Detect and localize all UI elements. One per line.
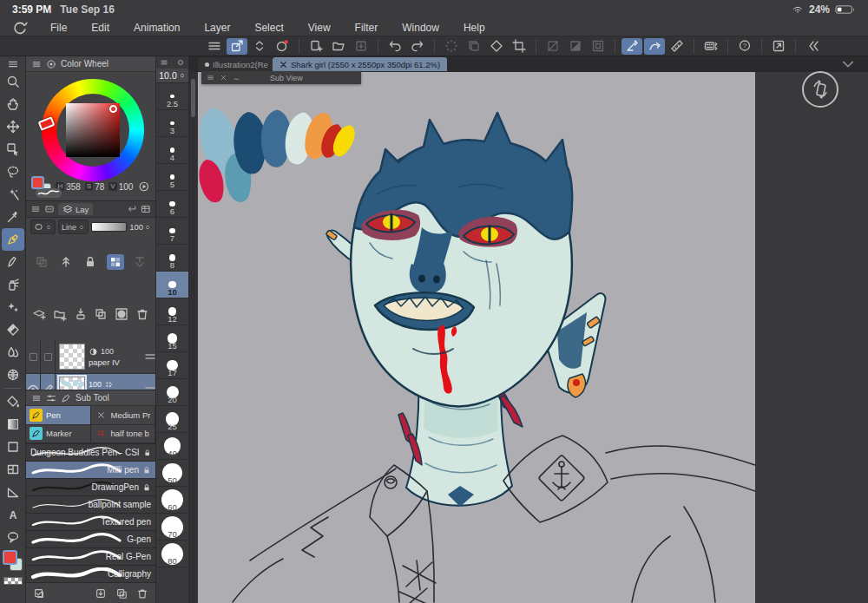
combine-button[interactable] (92, 306, 109, 322)
sub-view-close-icon[interactable] (220, 74, 227, 82)
combine-button[interactable] (33, 254, 50, 270)
sub-tool-pen[interactable]: Pen (26, 406, 91, 425)
spinner-button[interactable] (441, 38, 462, 55)
undo-button[interactable] (385, 38, 405, 55)
document-tab-inactive[interactable]: Illustration2(Re (198, 57, 273, 71)
brush-shape-dropdown[interactable] (30, 220, 56, 234)
brush-item[interactable]: G-pen (26, 531, 155, 548)
saturation-value-square[interactable] (66, 103, 120, 157)
snap-ruler-button[interactable] (667, 38, 687, 55)
delete-brush-icon[interactable] (136, 587, 148, 600)
tool-zoom[interactable] (2, 70, 24, 93)
sub-tool-marker[interactable]: Marker (26, 425, 91, 444)
fullscreen-button[interactable] (768, 38, 789, 55)
crop-button[interactable] (509, 38, 529, 55)
sub-tool-half-tone-b[interactable]: half tone b (91, 425, 156, 444)
circle-mask-button[interactable] (113, 306, 130, 322)
layer-visibility-toggle[interactable] (26, 374, 41, 390)
lock-alpha-button[interactable] (107, 254, 124, 270)
hue-ring[interactable] (42, 79, 144, 181)
brush-item[interactable]: Real G-Pen (26, 548, 155, 566)
tool-move[interactable] (2, 115, 24, 138)
help-button[interactable]: ? (734, 38, 755, 55)
layer-thumbnail[interactable] (59, 377, 85, 390)
menu-layer[interactable]: Layer (192, 22, 242, 34)
brush-size-4[interactable]: 4 (156, 137, 188, 164)
layer-drag-handle[interactable] (143, 350, 155, 364)
canvas-document[interactable] (198, 72, 755, 603)
brush-size-6[interactable]: 6 (156, 191, 188, 218)
opacity-slider[interactable] (91, 222, 127, 232)
brush-item[interactable]: Dungeon Buddies Pen - CSI (26, 444, 155, 462)
tool-hand[interactable] (2, 93, 24, 115)
transfer-down-button[interactable] (72, 306, 89, 322)
brush-size-15[interactable]: 15 (156, 325, 188, 352)
tool-text-tool[interactable]: A (2, 503, 24, 526)
transparent-color-swatch[interactable] (3, 577, 23, 585)
layer-edit-indicator[interactable] (41, 374, 56, 390)
layer-row[interactable]: 100Layer 3 C: (26, 374, 155, 390)
tool-liquify[interactable] (2, 364, 24, 386)
opacity-value[interactable]: 100 (129, 222, 151, 232)
foreground-color-swatch[interactable] (3, 550, 17, 565)
tool-eraser-tool[interactable] (2, 318, 24, 341)
rotate-canvas-button[interactable] (802, 71, 838, 108)
menu-view[interactable]: View (296, 22, 343, 34)
menu-animation[interactable]: Animation (122, 22, 192, 34)
brush-size-70[interactable]: 70 (156, 514, 188, 541)
document-tab-active[interactable]: Shark girl (2550 x 2550px 350dpi 61.2%) (273, 57, 447, 71)
trash-button[interactable] (134, 306, 151, 322)
color-set-tab-icon[interactable] (44, 204, 55, 214)
save-button[interactable] (351, 38, 372, 55)
brush-size-2.5[interactable]: 2.5 (156, 83, 188, 110)
layer-row[interactable]: 100paper IV (26, 341, 155, 374)
import-brush-icon[interactable] (95, 587, 107, 600)
copy-button[interactable] (464, 38, 484, 55)
collapse-button[interactable] (802, 38, 823, 55)
clip-below-button[interactable] (131, 254, 148, 270)
layer-panel-menu-icon[interactable] (30, 204, 41, 214)
slider-settings-icon[interactable] (46, 393, 56, 403)
tool-lasso[interactable] (2, 161, 24, 183)
current-color-swatch[interactable] (31, 176, 44, 189)
sub-view-bar[interactable]: Sub View (201, 71, 361, 84)
menu-button[interactable] (204, 38, 225, 55)
lock-button[interactable] (82, 254, 99, 270)
layer-thumbnail[interactable] (59, 344, 85, 370)
keyboard-shortcuts-button[interactable] (700, 38, 721, 55)
chevron-down-icon[interactable] (842, 60, 854, 69)
updown-button[interactable] (249, 38, 270, 55)
tool-figure[interactable] (2, 436, 24, 458)
layer-history-icon[interactable] (127, 204, 137, 214)
layer-tab[interactable]: Lay (58, 203, 93, 215)
brush-size-50[interactable]: 50 (156, 460, 188, 487)
tool-eyedropper[interactable] (2, 206, 24, 228)
brush-size-20[interactable]: 20 (156, 379, 188, 406)
tool-decoration[interactable] (2, 296, 24, 318)
sub-view-minimize-icon[interactable] (233, 74, 240, 82)
layer-property-icon[interactable] (141, 204, 151, 214)
brush-item[interactable]: Textured pen (26, 514, 155, 531)
redo-button[interactable] (407, 38, 428, 55)
share-button[interactable] (227, 38, 247, 55)
eraser-diamond-button[interactable] (486, 38, 507, 55)
tool-gradient[interactable] (2, 413, 24, 436)
multi-select-icon[interactable] (33, 587, 45, 600)
brush-size-7[interactable]: 7 (156, 218, 188, 245)
select-off-button[interactable] (542, 38, 563, 55)
brush-size-settings-icon[interactable] (176, 58, 185, 67)
select-invert-button[interactable] (565, 38, 586, 55)
tool-frame[interactable] (2, 458, 24, 481)
sub-tool-medium-pr[interactable]: Medium Pr (91, 406, 156, 425)
clip-studio-button[interactable] (272, 38, 293, 55)
sv-cursor[interactable] (109, 105, 117, 113)
layer-new-button[interactable] (30, 306, 48, 322)
sub-tool-menu-icon[interactable] (31, 393, 42, 403)
tool-blend[interactable] (2, 341, 24, 364)
blend-mode-dropdown[interactable]: Line (58, 220, 89, 234)
snap-curve-button[interactable] (644, 38, 665, 55)
brush-size-menu-icon[interactable] (160, 58, 168, 67)
tool-operate[interactable] (2, 138, 24, 161)
duplicate-brush-icon[interactable] (115, 587, 128, 600)
canvas-scrollbar[interactable] (189, 72, 197, 603)
